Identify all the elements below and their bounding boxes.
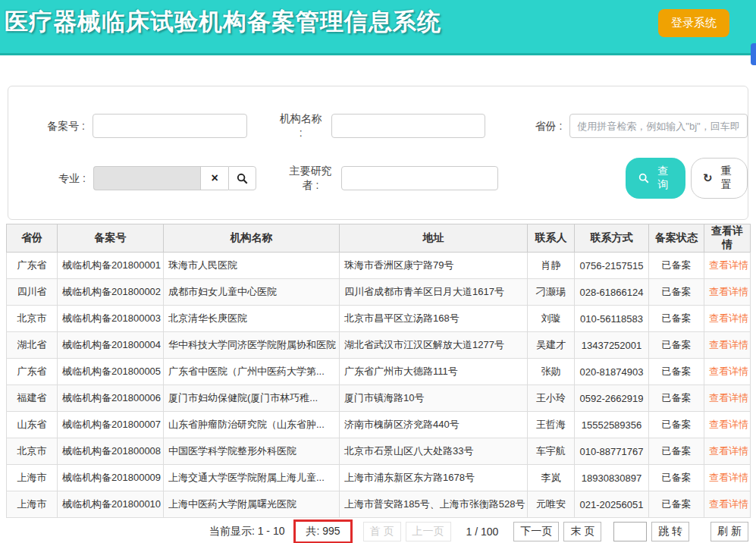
first-page-button[interactable]: 首 页 — [363, 522, 401, 541]
institution-name-input[interactable] — [331, 114, 486, 138]
table-header-row: 省份 备案号 机构名称 地址 联系人 联系方式 备案状态 查看详情 — [7, 224, 751, 253]
view-detail-link[interactable]: 查看详情 — [709, 339, 748, 350]
query-button-label: 查询 — [654, 165, 673, 192]
cell-province: 山东省 — [7, 412, 58, 438]
cell-contact: 王小玲 — [528, 385, 575, 412]
cell-province: 北京市 — [7, 438, 58, 465]
table-row: 福建省械临机构备201800006厦门市妇幼保健院(厦门市林巧稚...厦门市镇海… — [7, 385, 751, 412]
table-row: 上海市械临机构备201800010上海中医药大学附属曙光医院上海市普安路185号… — [7, 491, 751, 518]
reset-button-label: 重置 — [717, 165, 736, 192]
cell-phone: 0592-2662919 — [575, 385, 649, 412]
cell-province: 广东省 — [7, 253, 58, 279]
cell-province: 福建省 — [7, 385, 58, 412]
view-detail-link[interactable]: 查看详情 — [709, 366, 748, 377]
researcher-input[interactable] — [341, 166, 498, 190]
view-detail-link[interactable]: 查看详情 — [709, 472, 748, 483]
table-row: 北京市械临机构备201800003北京清华长庚医院北京市昌平区立汤路168号刘璇… — [7, 306, 751, 332]
researcher-label: 主要研究者 : — [287, 164, 334, 193]
view-detail-link[interactable]: 查看详情 — [709, 286, 748, 297]
prev-page-button[interactable]: 上一页 — [406, 522, 451, 541]
cell-institution: 成都市妇女儿童中心医院 — [164, 279, 340, 306]
next-page-button[interactable]: 下一页 — [513, 522, 559, 541]
last-page-button[interactable]: 末 页 — [563, 522, 601, 541]
col-detail: 查看详情 — [704, 224, 751, 253]
cell-detail: 查看详情 — [704, 306, 751, 332]
login-button[interactable]: 登录系统 — [658, 9, 729, 37]
col-institution: 机构名称 — [164, 224, 340, 253]
cell-address: 湖北省武汉市江汉区解放大道1277号 — [340, 332, 528, 359]
cell-institution: 厦门市妇幼保健院(厦门市林巧稚... — [164, 385, 340, 412]
filing-no-input[interactable] — [93, 114, 247, 138]
cell-status: 已备案 — [649, 491, 704, 518]
view-detail-link[interactable]: 查看详情 — [709, 259, 748, 271]
cell-province: 上海市 — [7, 465, 58, 491]
cell-address: 厦门市镇海路10号 — [340, 385, 528, 412]
cell-address: 广东省广州市大德路111号 — [340, 359, 528, 385]
clear-x-icon: × — [212, 171, 218, 185]
col-filing-no: 备案号 — [58, 224, 164, 253]
cell-address: 北京市石景山区八大处路33号 — [340, 438, 528, 465]
cell-province: 上海市 — [7, 491, 58, 518]
cell-phone: 021-20256051 — [575, 491, 649, 518]
cell-detail: 查看详情 — [704, 279, 751, 306]
reset-button[interactable]: ↻ 重置 — [691, 158, 748, 199]
view-detail-link[interactable]: 查看详情 — [709, 312, 748, 324]
cell-contact: 元唯安 — [528, 491, 575, 518]
cell-address: 上海市浦东新区东方路1678号 — [340, 465, 528, 491]
cell-status: 已备案 — [649, 385, 704, 412]
cell-phone: 010-88771767 — [575, 438, 649, 465]
institution-name-label: 机构名称 : — [278, 111, 324, 140]
app-header: 医疗器械临床试验机构备案管理信息系统 登录系统 — [0, 0, 756, 55]
specialty-group: × — [93, 166, 256, 190]
cell-filing-no: 械临机构备201800001 — [58, 253, 164, 279]
cell-status: 已备案 — [649, 253, 704, 279]
cell-address: 珠海市香洲区康宁路79号 — [340, 253, 528, 279]
col-status: 备案状态 — [649, 224, 704, 253]
cell-detail: 查看详情 — [704, 332, 751, 359]
table-row: 北京市械临机构备201800008中国医学科学院整形外科医院北京市石景山区八大处… — [7, 438, 751, 465]
cell-filing-no: 械临机构备201800002 — [58, 279, 164, 306]
cell-institution: 山东省肿瘤防治研究院（山东省肿... — [164, 412, 340, 438]
table-row: 上海市械临机构备201800009上海交通大学医学院附属上海儿童...上海市浦东… — [7, 465, 751, 491]
cell-status: 已备案 — [649, 465, 704, 491]
table-row: 湖北省械临机构备201800004华中科技大学同济医学院附属协和医院湖北省武汉市… — [7, 332, 751, 359]
cell-province: 四川省 — [7, 279, 58, 306]
query-button[interactable]: 查询 — [626, 158, 685, 199]
cell-detail: 查看详情 — [704, 359, 751, 385]
cell-contact: 王哲海 — [528, 412, 575, 438]
side-float-widget[interactable] — [751, 43, 756, 65]
table-row: 山东省械临机构备201800007山东省肿瘤防治研究院（山东省肿...济南市槐荫… — [7, 412, 751, 438]
cell-institution: 中国医学科学院整形外科医院 — [164, 438, 340, 465]
specialty-clear-button[interactable]: × — [200, 166, 228, 190]
cell-institution: 上海中医药大学附属曙光医院 — [164, 491, 340, 518]
cell-phone: 028-61866124 — [575, 279, 649, 306]
cell-detail: 查看详情 — [704, 438, 751, 465]
view-detail-link[interactable]: 查看详情 — [709, 419, 748, 430]
table-body: 广东省械临机构备201800001珠海市人民医院珠海市香洲区康宁路79号肖静07… — [7, 253, 751, 518]
cell-detail: 查看详情 — [704, 491, 751, 518]
refresh-button[interactable]: 刷 新 — [711, 522, 748, 541]
refresh-icon: ↻ — [703, 171, 713, 185]
province-input[interactable] — [569, 114, 748, 138]
cell-institution: 上海交通大学医学院附属上海儿童... — [164, 465, 340, 491]
view-detail-link[interactable]: 查看详情 — [709, 445, 748, 457]
specialty-search-button[interactable] — [228, 166, 256, 190]
cell-contact: 张勋 — [528, 359, 575, 385]
jump-page-input[interactable] — [613, 522, 647, 541]
cell-status: 已备案 — [649, 279, 704, 306]
cell-contact: 刁灏瑒 — [528, 279, 575, 306]
search-icon — [638, 173, 649, 184]
table-row: 四川省械临机构备201800002成都市妇女儿童中心医院四川省成都市青羊区日月大… — [7, 279, 751, 306]
cell-institution: 珠海市人民医院 — [164, 253, 340, 279]
view-detail-link[interactable]: 查看详情 — [709, 498, 748, 510]
jump-button[interactable]: 跳 转 — [651, 522, 689, 541]
cell-phone: 010-56118583 — [575, 306, 649, 332]
table-row: 广东省械临机构备201800005广东省中医院（广州中医药大学第...广东省广州… — [7, 359, 751, 385]
cell-address: 四川省成都市青羊区日月大道1617号 — [340, 279, 528, 306]
specialty-label: 专业 : — [35, 171, 86, 186]
view-detail-link[interactable]: 查看详情 — [709, 392, 748, 403]
cell-status: 已备案 — [649, 412, 704, 438]
specialty-input[interactable] — [93, 166, 200, 190]
page-title: 医疗器械临床试验机构备案管理信息系统 — [5, 6, 441, 38]
province-label: 省份 : — [512, 119, 562, 133]
